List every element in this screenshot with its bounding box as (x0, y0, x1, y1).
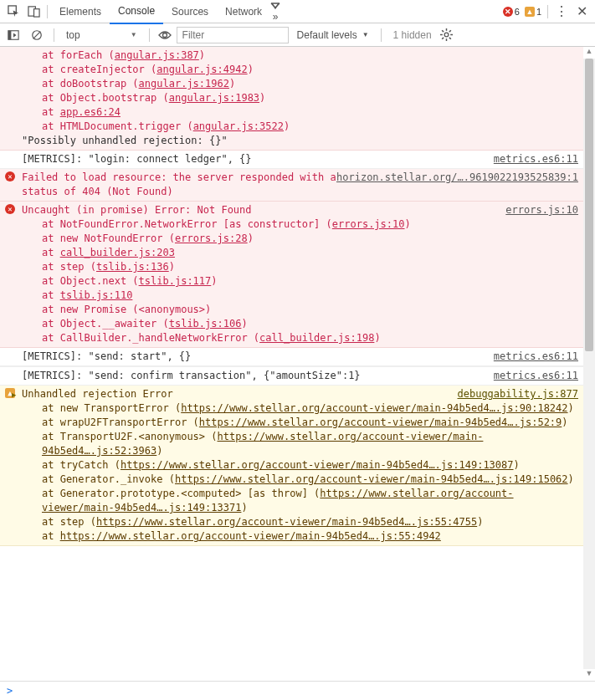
log-text: [METRICS]: "send: start", {} (22, 350, 191, 362)
tab-sources[interactable]: Sources (163, 0, 217, 23)
source-link[interactable]: angular.js:4942 (156, 64, 247, 75)
source-link[interactable]: https://www.stellar.org/account-viewer/m… (121, 459, 514, 471)
console-message-log[interactable]: metrics.es6:11 [METRICS]: "login: connec… (0, 151, 583, 169)
source-link[interactable]: angular.js:1983 (169, 92, 259, 104)
source-link[interactable]: tslib.js:106 (169, 318, 242, 330)
source-link[interactable]: https://www.stellar.org/account-viewer/m… (181, 402, 567, 414)
source-link[interactable]: errors.js:10 (332, 218, 405, 230)
tab-overflow-icon[interactable]: » (270, 1, 289, 23)
source-link[interactable]: metrics.es6:11 (494, 350, 578, 364)
source-link[interactable]: errors.js:28 (175, 232, 248, 244)
svg-line-16 (449, 30, 451, 32)
sidebar-toggle-icon[interactable] (3, 25, 23, 45)
live-expression-icon[interactable] (156, 25, 173, 45)
log-text: Failed to load resource: the server resp… (22, 171, 336, 197)
toolbar-divider (149, 28, 150, 42)
source-link[interactable]: tslib.js:136 (96, 261, 169, 273)
tab-console[interactable]: Console (110, 0, 163, 24)
chevron-down-icon: ▼ (131, 31, 137, 38)
source-link[interactable]: https://www.stellar.org/account-viewer/m… (175, 473, 568, 485)
toolbar-divider (381, 28, 382, 42)
console-message-error[interactable]: at forEach (angular.js:387) at createInj… (0, 47, 583, 151)
warning-count-badge[interactable]: ▲1 (525, 7, 541, 17)
log-text: Unhandled rejection Error (22, 388, 173, 400)
hidden-count-label[interactable]: 1 hidden (388, 29, 437, 41)
console-message-log[interactable]: metrics.es6:11 [METRICS]: "send: confirm… (0, 366, 583, 386)
filter-input[interactable] (177, 27, 289, 43)
console-toolbar: top▼ Default levels▼ 1 hidden (0, 23, 595, 47)
scroll-down-icon[interactable]: ▼ (583, 669, 595, 681)
console-prompt[interactable]: > (0, 681, 595, 700)
source-link[interactable]: tslib.js:117 (139, 275, 212, 287)
source-link[interactable]: call_builder.js:203 (60, 247, 175, 258)
log-text: [METRICS]: "login: connect ledger", {} (22, 153, 252, 165)
svg-rect-2 (33, 9, 39, 17)
source-link[interactable]: angular.js:1962 (139, 78, 229, 89)
source-link[interactable]: horizon.stellar.org/….9619022193525839:1 (336, 171, 578, 185)
gear-icon[interactable] (440, 28, 459, 41)
scrollbar-track[interactable] (583, 59, 595, 669)
error-icon: ✕ (5, 204, 15, 214)
source-link[interactable]: https://www.stellar.org/account-viewer/m… (60, 530, 441, 542)
log-text: [METRICS]: "send: confirm transaction", … (22, 370, 361, 381)
chevron-down-icon: ▼ (362, 31, 369, 38)
scrollbar[interactable]: ▲ ▼ (583, 47, 595, 681)
source-link[interactable]: call_builder.js:198 (259, 332, 374, 344)
console-message-log[interactable]: metrics.es6:11 [METRICS]: "send: start",… (0, 348, 583, 366)
console-message-error[interactable]: ✕ horizon.stellar.org/….9619022193525839… (0, 169, 583, 202)
device-toolbar-icon[interactable] (23, 2, 44, 22)
expand-caret-icon[interactable]: ▶ (12, 388, 16, 402)
warning-count: 1 (536, 7, 541, 17)
source-link[interactable]: metrics.es6:11 (494, 369, 578, 383)
svg-point-7 (162, 33, 167, 37)
close-icon[interactable]: ✕ (572, 2, 592, 22)
inspect-element-icon[interactable] (3, 2, 23, 22)
source-link[interactable]: angular.js:387 (115, 49, 199, 61)
toolbar-divider (47, 5, 48, 18)
toolbar-divider (54, 28, 54, 42)
context-value: top (66, 29, 80, 41)
log-levels-selector[interactable]: Default levels▼ (292, 29, 374, 41)
svg-line-13 (442, 30, 444, 32)
panel-tabs: Elements Console Sources Network » (51, 0, 500, 23)
source-link[interactable]: angular.js:3522 (193, 120, 284, 132)
clear-console-icon[interactable] (27, 25, 47, 45)
scrollbar-thumb[interactable] (585, 59, 593, 351)
source-link[interactable]: app.es6:24 (60, 106, 121, 118)
console-message-error[interactable]: ✕ errors.js:10 Uncaught (in promise) Err… (0, 202, 583, 348)
console-message-warning[interactable]: ▲ ▶ debuggability.js:877 Unhandled rejec… (0, 386, 583, 546)
svg-line-15 (442, 38, 444, 39)
kebab-menu-icon[interactable]: ⋮ (551, 2, 572, 22)
source-link[interactable]: tslib.js:110 (60, 289, 133, 301)
levels-label: Default levels (297, 29, 357, 41)
log-text: Uncaught (in promise) Error: Not Found (22, 204, 252, 216)
console-messages: at forEach (angular.js:387) at createInj… (0, 47, 595, 681)
source-link[interactable]: debuggability.js:877 (458, 387, 579, 401)
source-link[interactable]: https://www.stellar.org/account-viewer/m… (96, 516, 477, 528)
error-icon: ✕ (5, 171, 15, 181)
svg-rect-4 (8, 30, 12, 39)
svg-point-8 (444, 33, 449, 37)
toolbar-divider (547, 5, 548, 18)
warning-icon: ▲ (525, 7, 535, 17)
source-link[interactable]: errors.js:10 (505, 203, 578, 217)
log-text: "Possibly unhandled rejection: {}" (22, 134, 578, 148)
tab-network[interactable]: Network (217, 0, 270, 23)
scroll-up-icon[interactable]: ▲ (583, 47, 595, 59)
source-link[interactable]: https://www.stellar.org/account-viewer/m… (199, 416, 562, 428)
svg-line-14 (449, 38, 451, 39)
error-count: 6 (515, 7, 520, 17)
context-selector[interactable]: top▼ (61, 27, 142, 43)
source-link[interactable]: metrics.es6:11 (494, 152, 578, 166)
error-icon: ✕ (503, 7, 513, 17)
prompt-caret-icon: > (7, 685, 13, 697)
tab-elements[interactable]: Elements (51, 0, 110, 23)
svg-line-6 (33, 31, 41, 38)
error-count-badge[interactable]: ✕6 (503, 7, 520, 17)
devtools-main-toolbar: Elements Console Sources Network » ✕6 ▲1… (0, 0, 595, 23)
